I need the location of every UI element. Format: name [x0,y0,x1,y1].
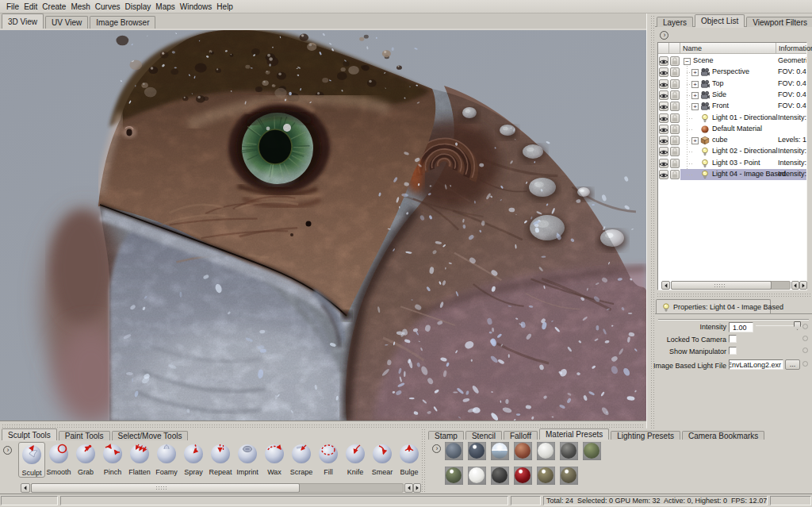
3d-viewport-canvas[interactable] [0,30,646,421]
tool-sculpt[interactable]: Sculpt [18,442,45,478]
menu-item[interactable]: Help [214,2,236,12]
object-row-scene[interactable]: −SceneGeometries [658,56,806,67]
tree-scroll-right-button[interactable] [799,281,807,290]
column-header-visibility[interactable] [658,43,669,54]
manipulator-keyframe-dot[interactable] [802,348,808,353]
object-row-default-material[interactable]: Default Material [658,124,806,135]
material-swatch-bright-white[interactable] [468,467,486,485]
material-swatch-copper[interactable] [514,442,532,460]
tab-object-list[interactable]: Object List [695,14,745,27]
material-swatch-charcoal[interactable] [560,442,578,460]
tab-viewport-filters[interactable]: Viewport Filters [746,17,812,27]
tab-camera-bookmarks[interactable]: Camera Bookmarks [682,431,764,440]
column-header-name[interactable]: Name [680,43,776,54]
tool-knife[interactable]: Knife [342,442,369,478]
image-based-light-file-field[interactable]: eEnvLatLong2.exr [729,359,783,370]
tool-foamy[interactable]: Foamy [153,442,180,478]
tab-stencil[interactable]: Stencil [465,431,502,440]
material-swatch-red-gloss[interactable] [514,467,532,485]
tray-scroll-right-button[interactable] [413,483,421,493]
lock-button[interactable] [670,113,680,123]
tool-smear[interactable]: Smear [369,442,396,478]
menu-item[interactable]: Windows [178,2,215,12]
visibility-eye-button[interactable] [659,102,668,111]
lock-button[interactable] [670,79,680,89]
lock-button[interactable] [670,56,680,66]
tool-imprint[interactable]: Imprint [234,442,261,478]
object-row-light-04-image-based[interactable]: Light 04 - Image BasedIntensity: 0... [658,169,806,180]
tab-stamp[interactable]: Stamp [428,431,464,440]
lock-button[interactable] [670,147,680,156]
visibility-eye-button[interactable] [659,159,668,168]
tool-scrape[interactable]: Scrape [288,442,315,478]
intensity-field[interactable]: 1.00 [729,322,753,332]
tab-sculpt-tools[interactable]: Sculpt Tools [2,428,57,440]
menu-item[interactable]: Maps [153,2,177,12]
locked-keyframe-dot[interactable] [802,336,808,341]
expand-plus-box[interactable]: + [691,103,699,110]
visibility-eye-button[interactable] [659,67,668,77]
tool-spray[interactable]: Spray [180,442,207,478]
lock-button[interactable] [670,90,680,100]
object-row-perspective[interactable]: +PerspectiveFOV: 0.49... [658,67,806,78]
lock-button[interactable] [670,170,680,179]
tool-grab[interactable]: Grab [72,442,99,478]
column-header-information[interactable]: Information [776,43,806,54]
object-row-front[interactable]: +FrontFOV: 0.49... [658,101,806,112]
tool-flatten[interactable]: Flatten [126,442,153,478]
splitter-right-panel[interactable] [646,13,655,494]
menu-item[interactable]: Curves [93,2,123,12]
object-list-expand-button[interactable]: › [660,31,668,40]
tab-layers[interactable]: Layers [657,17,693,27]
intensity-keyframe-dot[interactable] [802,324,808,329]
expand-plus-box[interactable]: + [691,137,699,144]
material-swatch-chrome[interactable] [491,442,509,460]
browse-file-button[interactable]: ... [785,359,800,370]
tool-fill[interactable]: Fill [315,442,342,478]
visibility-eye-button[interactable] [659,90,668,100]
tab-falloff[interactable]: Falloff [504,431,538,440]
column-header-lock[interactable] [669,43,680,54]
expand-plus-box[interactable]: + [691,92,699,99]
tab-paint-tools[interactable]: Paint Tools [59,431,110,440]
file-keyframe-dot[interactable] [802,361,808,367]
tab-uv-view[interactable]: UV View [45,16,88,29]
menu-item[interactable]: File [4,2,21,12]
lock-button[interactable] [670,125,680,134]
lock-button[interactable] [670,159,680,168]
tab-material-presets[interactable]: Material Presets [539,428,609,440]
visibility-eye-button[interactable] [659,113,668,123]
visibility-eye-button[interactable] [659,147,668,156]
lock-button[interactable] [670,67,680,77]
material-swatch-green[interactable] [445,467,463,485]
presets-expand-button[interactable]: › [432,444,441,453]
lock-button[interactable] [670,136,680,145]
visibility-eye-button[interactable] [659,170,668,179]
object-row-light-03-point[interactable]: Light 03 - PointIntensity: 0... [658,158,806,169]
material-swatch-olive[interactable] [583,442,601,460]
lock-button[interactable] [670,102,680,111]
object-row-side[interactable]: +SideFOV: 0.49... [658,90,806,101]
material-swatch-dark-matte[interactable] [491,467,509,485]
tool-tray-expand-button[interactable]: › [3,446,12,455]
tab-lighting-presets[interactable]: Lighting Presets [611,431,680,440]
expand-plus-box[interactable]: + [691,69,699,76]
tool-smooth[interactable]: Smooth [45,442,72,478]
show-manipulator-checkbox[interactable] [729,347,737,355]
menu-item[interactable]: Display [123,2,154,12]
object-row-light-02-directional[interactable]: Light 02 - DirectionalIntensity: 0... [658,146,806,157]
tree-scroll-left-button-2[interactable] [791,281,799,290]
collapse-minus-box[interactable]: − [684,58,691,65]
visibility-eye-button[interactable] [659,79,668,89]
material-swatch-white-gloss[interactable] [537,442,555,460]
tool-pinch[interactable]: Pinch [99,442,126,478]
tree-scroll-left-button[interactable] [661,281,670,290]
object-row-light-01-directional[interactable]: Light 01 - DirectionalIntensity: 0... [658,113,806,124]
tool-wax[interactable]: Wax [261,442,288,478]
visibility-eye-button[interactable] [659,125,668,134]
material-swatch-khaki[interactable] [537,467,555,485]
menu-item[interactable]: Edit [21,2,40,12]
locked-to-camera-checkbox[interactable] [729,335,737,343]
tab-select-move-tools[interactable]: Select/Move Tools [112,431,189,440]
tab-image-browser[interactable]: Image Browser [90,16,155,29]
